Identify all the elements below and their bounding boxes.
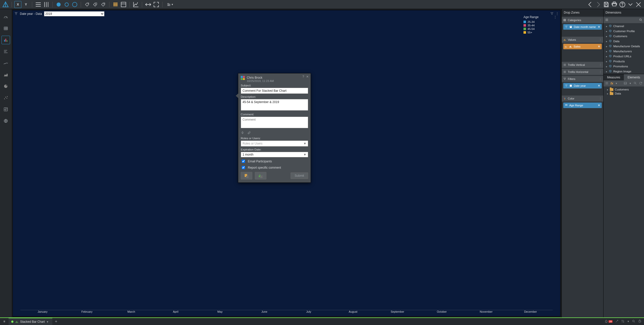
- nav-line-icon[interactable]: [2, 59, 10, 67]
- left-chart-type-nav: [0, 9, 12, 317]
- print-icon[interactable]: [611, 1, 618, 8]
- el-image-chevron-icon[interactable]: ▼: [629, 82, 631, 85]
- nav-treemap-icon[interactable]: [2, 105, 10, 114]
- dz-values-head[interactable]: Values⋮: [562, 37, 603, 43]
- tag-add-icon[interactable]: [84, 1, 91, 8]
- nav-bar-icon[interactable]: [2, 36, 10, 44]
- frame-tool-icon[interactable]: [120, 1, 127, 8]
- menu-chevron-icon[interactable]: [627, 1, 634, 8]
- close-app-icon[interactable]: [635, 1, 642, 8]
- attach-icon[interactable]: [247, 131, 251, 135]
- svg-rect-2: [168, 3, 169, 6]
- grid-tool-icon[interactable]: [112, 1, 119, 8]
- element-tree-item[interactable]: ▸Data: [603, 91, 644, 96]
- nav-globe-icon[interactable]: [2, 117, 10, 125]
- dz-filters-head[interactable]: Filters⋮: [562, 76, 603, 82]
- elements-tab[interactable]: Elements: [624, 74, 644, 80]
- legend-item[interactable]: 35-44: [524, 24, 557, 27]
- dimension-item[interactable]: ▸Product URLs: [603, 54, 644, 59]
- axis-x-button[interactable]: X: [14, 1, 21, 8]
- status-timer-icon[interactable]: [638, 319, 641, 324]
- report-specific-checkbox[interactable]: [242, 166, 245, 169]
- nav-scatter-icon[interactable]: [2, 94, 10, 102]
- list-icon[interactable]: [35, 1, 42, 8]
- status-sort-icon[interactable]: [621, 319, 625, 324]
- legend-item[interactable]: 25-34: [524, 20, 557, 23]
- dimension-item[interactable]: ▸Manufacturer Details: [603, 44, 644, 49]
- el-list-icon[interactable]: [605, 81, 609, 86]
- dz-trellis-v-head[interactable]: Trellis Vertical⋮: [562, 62, 603, 68]
- add-sheet-button[interactable]: +: [52, 319, 60, 324]
- dz-filters-chip[interactable]: Date year✕: [563, 83, 602, 88]
- mic-icon[interactable]: [241, 131, 244, 135]
- help-icon[interactable]: [619, 1, 626, 8]
- legend-item[interactable]: 45-54: [524, 27, 557, 30]
- sheet-tab[interactable]: ✽ Stacked Bar Chart ▼: [9, 318, 52, 325]
- nav-pie-icon[interactable]: [2, 82, 10, 90]
- fit-width-icon[interactable]: [145, 1, 152, 8]
- sheet-tab-chevron-icon[interactable]: ▼: [46, 320, 49, 323]
- dimension-item[interactable]: ▸Manufacturers: [603, 49, 644, 54]
- expiration-select[interactable]: 1 month▼: [241, 152, 308, 157]
- dz-categories-chip[interactable]: Date month name✕: [563, 24, 602, 30]
- nav-forward-icon[interactable]: [595, 1, 602, 8]
- bottom-menu-icon[interactable]: ≡: [0, 320, 9, 323]
- dimension-item[interactable]: ▸Promotions: [603, 64, 644, 69]
- nav-area-icon[interactable]: [2, 70, 10, 79]
- dz-trellis-h-head[interactable]: Trellis Horizontal⋮: [562, 69, 603, 75]
- el-search-icon[interactable]: [633, 81, 637, 86]
- dimension-item[interactable]: ▸Products: [603, 59, 644, 64]
- align-dropdown-icon[interactable]: ▼: [165, 1, 175, 8]
- chart-line-icon[interactable]: [132, 1, 139, 8]
- popup-close-icon[interactable]: ✕: [306, 75, 309, 78]
- dz-color-head[interactable]: Color⋮: [562, 96, 603, 102]
- el-fx-chevron-icon[interactable]: ▼: [615, 82, 618, 85]
- status-notif-icon[interactable]: 29: [605, 320, 613, 323]
- svg-rect-49: [567, 105, 567, 106]
- nav-back-icon[interactable]: [587, 1, 594, 8]
- comment-input[interactable]: [241, 117, 308, 128]
- dimension-item[interactable]: ▸Customers: [603, 34, 644, 39]
- element-tree-item[interactable]: ▸Customers: [603, 87, 644, 91]
- dimension-item[interactable]: ▸Customer Profile: [603, 29, 644, 34]
- axis-y-button[interactable]: Y: [22, 1, 29, 8]
- dimension-item[interactable]: ▸Channel: [603, 24, 644, 29]
- dz-values-chip[interactable]: y₁ Sales✕: [563, 44, 602, 49]
- point-outline-icon[interactable]: [63, 1, 70, 8]
- nav-table-icon[interactable]: [2, 24, 10, 33]
- email-participants-checkbox[interactable]: [242, 160, 245, 163]
- dz-categories-head[interactable]: Categories⋮: [562, 17, 603, 23]
- nav-hbar-icon[interactable]: [2, 47, 10, 56]
- dimension-item[interactable]: ▸Data: [603, 39, 644, 44]
- save-icon[interactable]: [603, 1, 610, 8]
- popup-help-icon[interactable]: ?: [302, 75, 304, 78]
- status-chevron-icon[interactable]: ▼: [627, 320, 629, 323]
- fit-screen-icon[interactable]: [153, 1, 160, 8]
- status-search-icon[interactable]: [632, 319, 635, 324]
- el-fx-icon[interactable]: fx: [611, 82, 613, 85]
- roles-select[interactable]: Roles or Users▼: [241, 141, 308, 147]
- el-refresh-icon[interactable]: [639, 81, 642, 86]
- status-wand-icon[interactable]: [615, 319, 619, 324]
- svg-rect-48: [566, 105, 567, 106]
- nav-gauge-icon[interactable]: [2, 13, 10, 21]
- year-select[interactable]: 2019: [44, 11, 104, 16]
- point-fill-icon[interactable]: [55, 1, 62, 8]
- snapshot-chart-button[interactable]: [255, 172, 266, 179]
- description-input[interactable]: [241, 99, 308, 111]
- columns-icon[interactable]: [43, 1, 50, 8]
- subject-input[interactable]: [241, 88, 308, 94]
- legend-more-icon[interactable]: ⋮: [554, 15, 557, 19]
- snapshot-data-button[interactable]: [241, 172, 252, 179]
- submit-button[interactable]: Submit: [291, 172, 308, 179]
- dim-search-icon[interactable]: [639, 18, 642, 22]
- el-image-icon[interactable]: [624, 81, 627, 86]
- tag-flash-icon[interactable]: [92, 1, 99, 8]
- point-large-icon[interactable]: [71, 1, 78, 8]
- tag-remove-icon[interactable]: [100, 1, 107, 8]
- measures-tab[interactable]: Measures: [603, 74, 624, 80]
- dimension-item[interactable]: ▸Region Image: [603, 69, 644, 74]
- legend-item[interactable]: 55+: [524, 31, 557, 34]
- dz-color-chip[interactable]: Age Range✕: [563, 103, 602, 108]
- dim-list-icon[interactable]: [605, 18, 609, 22]
